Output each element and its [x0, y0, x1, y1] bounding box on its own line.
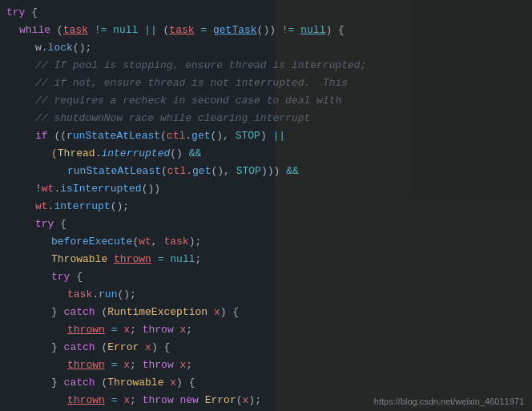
thrown-var-4: thrown — [67, 394, 105, 406]
code-line-17: task.run(); — [0, 288, 532, 306]
code-line-2: while (task != null || (task = getTask()… — [0, 24, 532, 42]
code-line-11: !wt.isInterrupted()) — [0, 183, 532, 200]
code-line-13: try { — [0, 218, 532, 236]
code-line-14: beforeExecute(wt, task); — [0, 236, 532, 253]
code-line-12: wt.interrupt(); — [0, 200, 532, 218]
code-line-22: } catch (Throwable x) { — [0, 377, 532, 394]
thrown-var-3: thrown — [67, 359, 105, 371]
code-line-10: runStateAtLeast(ctl.get(), STOP))) && — [0, 165, 532, 183]
code-line-1: try { — [0, 6, 532, 24]
code-line-20: } catch (Error x) { — [0, 341, 532, 359]
code-line-19: thrown = x; throw x; — [0, 324, 532, 341]
code-line-15: Throwable thrown = null; — [0, 253, 532, 271]
code-viewer: try { while (task != null || (task = get… — [0, 0, 532, 411]
code-line-4: // If pool is stopping, ensure thread is… — [0, 59, 532, 77]
code-line-3: w.lock(); — [0, 42, 532, 59]
keyword-try: try — [6, 6, 25, 18]
code-line-16: try { — [0, 271, 532, 288]
code-line-18: } catch (RuntimeException x) { — [0, 306, 532, 324]
code-line-6: // requires a recheck in second case to … — [0, 95, 532, 112]
code-line-9: (Thread.interrupted() && — [0, 147, 532, 165]
code-block: try { while (task != null || (task = get… — [0, 6, 532, 411]
code-line-7: // shutdownNow race while clearing inter… — [0, 112, 532, 130]
footer-url: https://blog.csdn.net/weixin_46011971 — [374, 397, 524, 406]
thrown-var-2: thrown — [67, 324, 105, 336]
code-line-5: // if not, ensure thread is not interrup… — [0, 77, 532, 95]
thrown-var-1: thrown — [114, 253, 151, 265]
code-line-21: thrown = x; throw x; — [0, 359, 532, 377]
code-line-8: if ((runStateAtLeast(ctl.get(), STOP) || — [0, 130, 532, 147]
